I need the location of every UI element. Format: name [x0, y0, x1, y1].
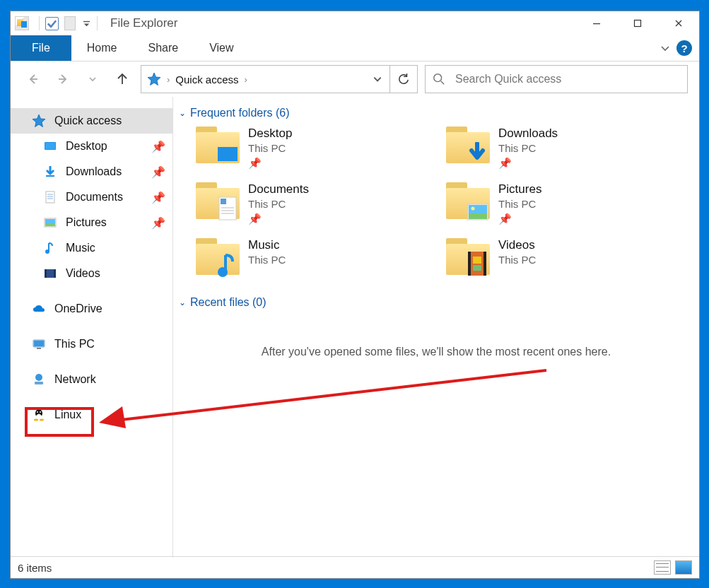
svg-rect-23	[54, 269, 56, 278]
svg-point-31	[37, 411, 38, 413]
quick-access-star-icon	[147, 72, 161, 86]
chevron-down-icon: ⌄	[179, 298, 186, 307]
search-icon	[433, 73, 445, 86]
navigation-pane: Quick access Desktop 📌 Downloads 📌 Docum…	[11, 97, 172, 558]
sidebar-label: Linux	[54, 408, 81, 421]
pin-icon: 📌	[498, 213, 541, 225]
svg-rect-51	[473, 265, 481, 271]
svg-rect-22	[45, 269, 47, 278]
svg-rect-37	[221, 199, 226, 204]
sidebar-this-pc[interactable]: This PC	[11, 331, 172, 357]
address-label: Quick access	[175, 74, 238, 86]
sidebar-label: Pictures	[66, 216, 107, 229]
folder-item-downloads[interactable]: Downloads This PC 📌	[446, 127, 696, 170]
history-dropdown-icon[interactable]	[81, 68, 104, 90]
folder-item-desktop[interactable]: Desktop This PC 📌	[196, 127, 446, 170]
close-button[interactable]	[658, 11, 699, 35]
window-title: File Explorer	[110, 16, 177, 30]
file-explorer-icon	[15, 16, 29, 30]
folder-icon	[196, 127, 240, 163]
sidebar-label: Desktop	[66, 140, 107, 153]
frequent-folders-grid: Desktop This PC 📌 Downloads This PC 📌	[176, 127, 696, 275]
sidebar-quick-access[interactable]: Quick access	[11, 108, 172, 134]
address-bar[interactable]: › Quick access ›	[141, 65, 390, 93]
svg-rect-19	[45, 223, 55, 226]
folder-item-music[interactable]: Music This PC	[196, 238, 446, 275]
sidebar-item-videos[interactable]: Videos	[11, 261, 172, 286]
ribbon-tabs: File Home Share View ?	[11, 35, 699, 61]
sidebar-label: Downloads	[66, 165, 122, 178]
qat-newfolder-icon[interactable]	[64, 16, 76, 30]
back-button[interactable]	[22, 68, 45, 90]
view-large-icons-button[interactable]	[675, 560, 692, 575]
search-box[interactable]	[425, 65, 688, 93]
up-button[interactable]	[111, 68, 134, 90]
svg-rect-43	[469, 213, 487, 219]
breadcrumb-separator[interactable]: ›	[245, 74, 247, 85]
svg-rect-18	[45, 219, 55, 223]
sidebar-item-downloads[interactable]: Downloads 📌	[11, 159, 172, 184]
svg-point-32	[40, 411, 41, 413]
svg-point-33	[34, 419, 38, 421]
folder-item-videos[interactable]: Videos This PC	[446, 238, 696, 275]
videos-icon	[43, 266, 57, 281]
tab-file[interactable]: File	[11, 35, 71, 61]
qat-properties-icon[interactable]	[45, 17, 59, 30]
tab-share[interactable]: Share	[132, 35, 194, 61]
view-details-button[interactable]	[654, 560, 671, 575]
svg-rect-49	[484, 252, 486, 276]
nav-row: › Quick access ›	[11, 61, 699, 97]
folder-item-pictures[interactable]: Pictures This PC 📌	[446, 182, 696, 225]
minimize-button[interactable]	[576, 11, 617, 35]
sidebar-item-pictures[interactable]: Pictures 📌	[11, 210, 172, 235]
sidebar-item-music[interactable]: Music	[11, 235, 172, 261]
svg-rect-12	[46, 175, 54, 177]
sidebar-network[interactable]: Network	[11, 367, 172, 392]
content-pane: ⌄ Frequent folders (6) Desktop This PC 📌	[172, 97, 699, 558]
sidebar-linux[interactable]: Linux	[11, 402, 172, 428]
folder-icon	[196, 238, 240, 275]
downloads-icon	[43, 165, 57, 179]
folder-icon	[446, 182, 490, 219]
folder-item-documents[interactable]: Documents This PC 📌	[196, 182, 446, 225]
quick-access-star-icon	[32, 114, 46, 128]
svg-point-44	[471, 207, 475, 211]
qat-customize-icon[interactable]	[81, 20, 91, 28]
recent-files-header[interactable]: ⌄ Recent files (0)	[176, 293, 696, 316]
sidebar-onedrive[interactable]: OneDrive	[11, 296, 172, 322]
svg-point-20	[45, 249, 49, 254]
breadcrumb-separator: ›	[167, 74, 170, 85]
ribbon-expand-icon[interactable]	[660, 42, 671, 54]
folder-icon	[196, 182, 240, 219]
status-bar: 6 items	[11, 556, 699, 578]
svg-line-8	[441, 81, 445, 85]
sidebar-item-documents[interactable]: Documents 📌	[11, 184, 172, 210]
svg-point-45	[218, 267, 228, 277]
svg-rect-13	[46, 192, 54, 203]
tab-view[interactable]: View	[194, 35, 249, 61]
svg-point-7	[434, 74, 442, 82]
pin-icon: 📌	[248, 213, 309, 225]
address-dropdown-icon[interactable]	[373, 66, 382, 93]
pin-icon: 📌	[498, 157, 558, 170]
recent-files-empty-message: After you've opened some files, we'll sh…	[176, 316, 696, 388]
music-icon	[43, 241, 57, 255]
sidebar-label: OneDrive	[54, 302, 102, 315]
refresh-button[interactable]	[390, 65, 418, 93]
sidebar-label: Music	[66, 242, 95, 254]
chevron-down-icon: ⌄	[179, 108, 186, 118]
tab-home[interactable]: Home	[71, 35, 133, 61]
help-button[interactable]: ?	[676, 40, 692, 56]
pin-icon: 📌	[151, 191, 165, 204]
file-explorer-window: File Explorer File Home Share View ? › Q…	[10, 11, 700, 579]
forward-button[interactable]	[52, 68, 74, 90]
maximize-button[interactable]	[617, 11, 658, 35]
status-item-count: 6 items	[18, 562, 52, 574]
search-input[interactable]	[454, 72, 680, 86]
pin-icon: 📌	[151, 140, 165, 153]
frequent-folders-header[interactable]: ⌄ Frequent folders (6)	[176, 104, 696, 127]
svg-rect-26	[37, 348, 41, 349]
documents-icon	[43, 190, 57, 204]
sidebar-item-desktop[interactable]: Desktop 📌	[11, 134, 172, 159]
svg-rect-35	[218, 147, 238, 161]
